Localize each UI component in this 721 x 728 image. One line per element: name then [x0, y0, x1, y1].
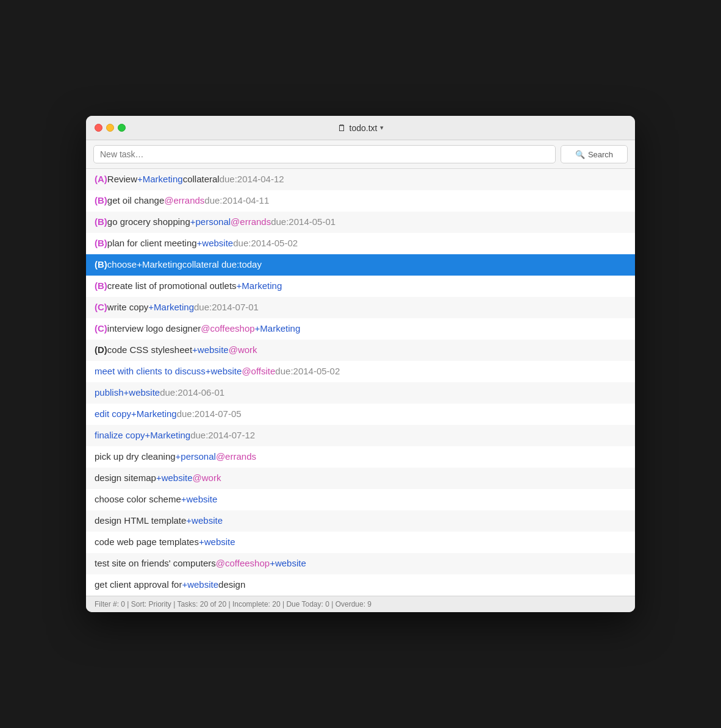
- task-row[interactable]: get client approval for +website design: [86, 574, 635, 596]
- statusbar: Filter #: 0 | Sort: Priority | Tasks: 20…: [86, 596, 635, 612]
- project-tag: +Marketing: [255, 322, 301, 336]
- task-row[interactable]: (B) choose +Marketing collateral due:tod…: [86, 254, 635, 276]
- task-row[interactable]: (B) get oil change @errands due:2014-04-…: [86, 190, 635, 212]
- dropdown-chevron[interactable]: ▾: [380, 124, 384, 132]
- search-label: Search: [588, 150, 613, 159]
- priority-label: (B): [95, 258, 107, 272]
- project-tag: +website: [270, 557, 306, 571]
- task-row[interactable]: (D) code CSS stylesheet +website @work: [86, 340, 635, 361]
- task-text: choose: [107, 258, 137, 272]
- due-date: due:2014-05-02: [275, 365, 340, 379]
- task-text-nopriority: meet with clients to discuss: [95, 365, 206, 379]
- project-tag: +personal: [190, 215, 231, 229]
- priority-label: (C): [95, 322, 107, 336]
- context-tag: @work: [193, 471, 221, 485]
- task-text: design HTML template: [95, 514, 186, 528]
- task-text: get oil change: [107, 194, 164, 208]
- due-date: due:2014-05-01: [271, 215, 335, 229]
- due-date: due:2014-05-02: [233, 237, 298, 251]
- task-row[interactable]: (A) Review +Marketing collateral due:201…: [86, 169, 635, 190]
- due-date: due:2014-06-01: [160, 386, 224, 400]
- task-text-nopriority: edit copy: [95, 407, 131, 421]
- project-tag: +website: [197, 237, 234, 251]
- priority-label: (D): [95, 343, 107, 357]
- file-icon: 🗒: [337, 123, 346, 133]
- task-text: create list of promotional outlets: [107, 279, 237, 293]
- project-tag: +Marketing: [237, 279, 282, 293]
- priority-label: (C): [95, 301, 107, 315]
- traffic-lights: [95, 124, 126, 132]
- task-row[interactable]: (B) create list of promotional outlets +…: [86, 276, 635, 297]
- task-text: write copy: [107, 301, 149, 315]
- task-text: go grocery shopping: [107, 215, 190, 229]
- titlebar: 🗒 todo.txt ▾: [86, 116, 635, 140]
- task-row[interactable]: (C) write copy +Marketing due:2014-07-01: [86, 297, 635, 318]
- project-tag: +Marketing: [148, 301, 194, 315]
- task-text: collateral due:today: [182, 258, 262, 272]
- priority-label: (B): [95, 279, 107, 293]
- project-tag: +Marketing: [137, 258, 182, 272]
- context-tag: @errands: [164, 194, 204, 208]
- search-button[interactable]: 🔍 Search: [561, 145, 628, 163]
- priority-label: (B): [95, 215, 107, 229]
- task-list: (A) Review +Marketing collateral due:201…: [86, 169, 635, 596]
- task-text: design sitemap: [95, 471, 156, 485]
- window-title: todo.txt: [350, 123, 378, 133]
- context-tag: @coffeeshop: [216, 557, 270, 571]
- due-date: due:2014-07-05: [177, 407, 242, 421]
- window-title-area: 🗒 todo.txt ▾: [337, 123, 384, 133]
- task-row[interactable]: edit copy +Marketing due:2014-07-05: [86, 404, 635, 425]
- maximize-button[interactable]: [118, 124, 126, 132]
- task-text-nopriority: finalize copy: [95, 429, 145, 443]
- context-tag: @work: [229, 343, 257, 357]
- task-row[interactable]: code web page templates +website: [86, 532, 635, 553]
- project-tag: +website: [192, 343, 229, 357]
- task-text: code web page templates: [95, 535, 199, 549]
- task-row[interactable]: test site on friends' computers @coffees…: [86, 553, 635, 574]
- due-date: due:2014-07-12: [190, 429, 255, 443]
- context-tag: @errands: [216, 450, 256, 464]
- task-text: Review: [107, 173, 137, 187]
- task-text: design: [218, 578, 245, 592]
- task-text: plan for client meeting: [107, 237, 197, 251]
- project-tag: +Marketing: [137, 173, 183, 187]
- task-text: collateral: [183, 173, 220, 187]
- project-tag: +personal: [176, 450, 216, 464]
- task-text: interview logo designer: [107, 322, 201, 336]
- main-window: 🗒 todo.txt ▾ 🔍 Search (A) Review +Market…: [86, 116, 635, 612]
- task-text: test site on friends' computers: [95, 557, 216, 571]
- task-row[interactable]: (B) go grocery shopping +personal @erran…: [86, 212, 635, 233]
- toolbar: 🔍 Search: [86, 140, 635, 169]
- context-tag: @coffeeshop: [201, 322, 254, 336]
- task-row[interactable]: publish +website due:2014-06-01: [86, 382, 635, 404]
- task-text: pick up dry cleaning: [95, 450, 176, 464]
- project-tag: +website: [181, 493, 218, 507]
- close-button[interactable]: [95, 124, 102, 132]
- priority-label: (B): [95, 237, 107, 251]
- task-row[interactable]: design sitemap +website @work: [86, 468, 635, 489]
- project-tag: +website: [182, 578, 218, 592]
- task-row[interactable]: design HTML template +website: [86, 510, 635, 532]
- task-row[interactable]: finalize copy +Marketing due:2014-07-12: [86, 425, 635, 446]
- priority-label: (A): [95, 173, 107, 187]
- task-text: get client approval for: [95, 578, 182, 592]
- project-tag: +Marketing: [145, 429, 191, 443]
- task-text: choose color scheme: [95, 493, 181, 507]
- project-tag: +website: [199, 535, 235, 549]
- task-row[interactable]: (C) interview logo designer @coffeeshop …: [86, 318, 635, 340]
- task-text-nopriority: publish: [95, 386, 124, 400]
- project-tag: +Marketing: [131, 407, 177, 421]
- task-row[interactable]: choose color scheme +website: [86, 489, 635, 510]
- minimize-button[interactable]: [106, 124, 114, 132]
- due-date: due:2014-04-11: [204, 194, 269, 208]
- search-icon: 🔍: [575, 150, 585, 159]
- project-tag: +website: [124, 386, 160, 400]
- context-tag: @offsite: [242, 365, 275, 379]
- task-row[interactable]: (B) plan for client meeting +website due…: [86, 233, 635, 254]
- new-task-input[interactable]: [93, 145, 556, 163]
- due-date: due:2014-04-12: [220, 173, 284, 187]
- task-row[interactable]: pick up dry cleaning +personal @errands: [86, 446, 635, 468]
- project-tag: +website: [186, 514, 223, 528]
- context-tag: @errands: [231, 215, 271, 229]
- task-row[interactable]: meet with clients to discuss +website @o…: [86, 361, 635, 382]
